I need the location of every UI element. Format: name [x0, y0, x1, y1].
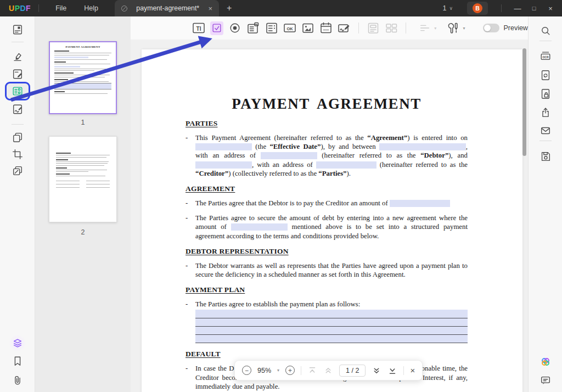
form-field-blank[interactable] — [390, 200, 450, 207]
close-toolbar-button[interactable]: × — [410, 366, 415, 375]
page-number-1: 1 — [49, 119, 117, 126]
sign-tool[interactable] — [12, 103, 24, 115]
form-toolbar: TI OK — [131, 16, 528, 40]
share-tool[interactable] — [539, 107, 552, 119]
zoom-level[interactable]: 95% — [257, 367, 271, 374]
feedback-tool[interactable] — [539, 374, 552, 387]
attachment-tool[interactable] — [12, 374, 24, 387]
ocr-tool[interactable]: OCR — [539, 50, 552, 62]
section-heading: AGREEMENT — [186, 184, 468, 193]
chevron-down-icon[interactable]: ▾ — [277, 368, 279, 373]
organize-pages-tool[interactable] — [12, 131, 24, 143]
text-field-tool[interactable]: TI — [192, 21, 205, 35]
section-heading: PAYMENT PLAN — [186, 285, 468, 294]
form-field-blank[interactable] — [195, 143, 252, 150]
paragraph: -The Parties agree to establish the paym… — [186, 300, 468, 343]
divider — [501, 4, 502, 12]
form-field-blank[interactable] — [261, 152, 317, 159]
zoom-in-button[interactable]: + — [285, 366, 295, 375]
convert-tool[interactable] — [539, 69, 552, 81]
signature-field-tool[interactable] — [338, 21, 351, 35]
close-button[interactable]: × — [542, 4, 559, 13]
date-field-tool[interactable] — [319, 21, 333, 35]
paragraph: -This Payment Agreement (hereinafter ref… — [186, 133, 468, 178]
search-tool[interactable] — [539, 25, 552, 37]
page-number-2: 2 — [49, 228, 117, 236]
email-tool[interactable] — [539, 125, 552, 137]
menu-file[interactable]: File — [47, 4, 75, 12]
document-tab[interactable]: payment-agreement* × — [115, 0, 219, 16]
page-thumbnail-1[interactable]: PAYMENT AGREEMENT — [49, 41, 117, 114]
paragraph: -The Parties agree that the Debtor is to… — [186, 199, 468, 208]
highlighter-tool[interactable] — [12, 51, 24, 63]
field-properties-tool[interactable] — [447, 21, 460, 35]
document-viewer[interactable]: PAYMENT AGREEMENT PARTIES-This Payment A… — [131, 40, 528, 392]
push-button-tool[interactable]: OK — [283, 21, 296, 35]
image-field-tool[interactable] — [301, 21, 314, 35]
alignment-tool-disabled — [418, 21, 431, 35]
annotate-tool[interactable] — [12, 24, 24, 36]
svg-text:OK: OK — [286, 26, 293, 31]
maximize-button[interactable]: □ — [526, 5, 542, 12]
avatar[interactable]: B — [473, 3, 482, 13]
thumb-title: PAYMENT AGREEMENT — [54, 46, 111, 48]
form-field-blank[interactable] — [231, 223, 288, 231]
form-recognition-tool-disabled — [367, 21, 380, 35]
titlebar: UPDF File Help payment-agreement* × + 1 … — [0, 0, 562, 16]
edit-pdf-tool[interactable] — [12, 68, 24, 80]
minimize-button[interactable]: — — [509, 4, 526, 13]
chevron-down-icon: ▾ — [434, 26, 436, 31]
open-docs-dropdown[interactable]: 1 ∨ — [442, 4, 453, 12]
form-field-blank[interactable] — [195, 161, 252, 169]
document-body: PARTIES-This Payment Agreement (hereinaf… — [186, 119, 468, 391]
divider — [403, 366, 404, 375]
chevron-down-icon: ▾ — [463, 26, 465, 31]
page-thumbnail-2[interactable] — [49, 136, 117, 222]
bullet-dash: - — [186, 214, 195, 240]
account-chip[interactable]: B — [467, 2, 488, 15]
section-heading: DEFAULT — [186, 350, 468, 359]
bullet-dash: - — [186, 133, 195, 178]
previous-page-button — [323, 366, 333, 376]
new-tab-button[interactable]: + — [227, 3, 232, 13]
ai-assistant-tool[interactable] — [9, 335, 26, 351]
updf-logo: UPDF — [9, 4, 31, 13]
divider — [358, 23, 359, 33]
preview-toggle[interactable] — [483, 24, 499, 32]
prepare-form-tool-selected[interactable] — [5, 82, 30, 100]
crop-tool[interactable] — [12, 148, 24, 160]
ai-flower-icon[interactable] — [539, 356, 552, 368]
zoom-page-toolbar: − 95% ▾ + 1 / 2 × — [234, 360, 423, 380]
bullet-dash: - — [186, 199, 195, 208]
right-toolbar: OCR — [528, 16, 562, 392]
first-page-button — [307, 366, 317, 376]
bullet-dash: - — [186, 261, 195, 279]
form-field-blank[interactable] — [379, 143, 466, 150]
bookmark-tool[interactable] — [12, 355, 24, 367]
preview-label: Preview — [503, 24, 527, 32]
menu-help[interactable]: Help — [75, 4, 107, 12]
tab-title: payment-agreement* — [128, 4, 207, 12]
paragraph: -The Debtor warrants as well as represen… — [186, 261, 468, 279]
zoom-out-button[interactable]: − — [242, 366, 251, 375]
vertical-scrollbar[interactable] — [522, 48, 526, 156]
document-title: PAYMENT AGREEMENT — [186, 96, 468, 113]
save-tool[interactable] — [539, 150, 552, 163]
checkbox-tool[interactable] — [210, 21, 223, 35]
radio-button-tool[interactable] — [228, 21, 241, 35]
list-box-tool[interactable] — [265, 21, 278, 35]
divider — [38, 4, 39, 12]
form-field-blank[interactable] — [316, 161, 376, 169]
form-icon — [12, 85, 24, 97]
extract-tool[interactable] — [12, 165, 24, 177]
bullet-dash: - — [186, 300, 195, 343]
chevron-down-icon: ∨ — [449, 5, 453, 11]
last-page-button[interactable] — [387, 366, 397, 376]
form-field-multiline[interactable] — [195, 310, 468, 343]
protect-tool[interactable] — [539, 88, 552, 100]
document-page: PAYMENT AGREEMENT PARTIES-This Payment A… — [142, 49, 522, 392]
tab-close-icon[interactable]: × — [207, 4, 213, 13]
dropdown-tool[interactable] — [246, 21, 260, 35]
page-indicator[interactable]: 1 / 2 — [339, 365, 366, 377]
next-page-button[interactable] — [372, 366, 381, 376]
